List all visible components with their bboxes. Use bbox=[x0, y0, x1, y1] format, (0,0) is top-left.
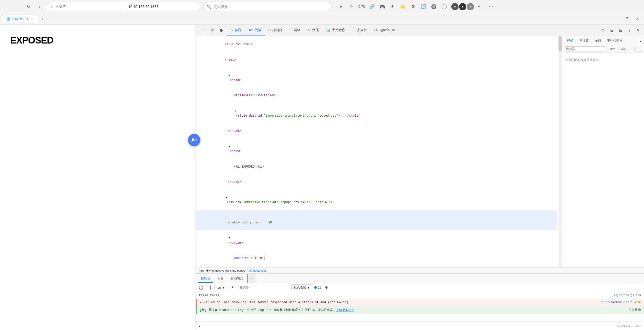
devtools-more-btn[interactable]: ⋯ bbox=[612, 14, 621, 24]
translate-button[interactable]: A bbox=[336, 2, 346, 11]
dom-scrollbar-track[interactable]: ↓ ↑ bbox=[558, 36, 562, 267]
devtools-tab-lighthouse[interactable]: ✉ Lighthouse bbox=[371, 25, 399, 36]
home-button[interactable]: ⌂ bbox=[34, 2, 43, 11]
devtools-undock-btn[interactable]: ⊞ bbox=[617, 27, 624, 34]
devtools-more-options-btn[interactable]: ⋮ bbox=[625, 27, 633, 34]
profile-3[interactable]: ● bbox=[467, 3, 474, 10]
dom-line-style[interactable]: <style data-id="immersive-translate-inpu… bbox=[196, 103, 557, 124]
stop-btn[interactable]: ▕ bbox=[206, 284, 212, 291]
browser-frame: ← → ↻ ⌂ ⚠ 不安全 | 10.10.156.50:1337 🔍 A ☆ … bbox=[0, 0, 644, 330]
styles-filter-input[interactable] bbox=[564, 46, 606, 51]
devtools-dock-btn[interactable]: ⊟ bbox=[608, 27, 616, 34]
ext-btn-5[interactable]: 🌟 bbox=[398, 2, 408, 11]
ext-btn-6[interactable]: ⚙ bbox=[409, 2, 418, 11]
copilot-dismiss-btn[interactable]: 不再显示 bbox=[629, 308, 641, 312]
scroll-down-indicator[interactable]: ↓ bbox=[558, 260, 562, 265]
dom-line-comment1[interactable]: /* bbox=[196, 266, 557, 267]
styles-tab-events[interactable]: 事件侦听器 bbox=[604, 36, 626, 45]
address-bar[interactable]: ⚠ 不安全 | 10.10.156.50:1337 bbox=[46, 2, 200, 11]
top-selector[interactable]: top ▼ bbox=[214, 285, 227, 290]
dom-line-inner-style[interactable]: <style> bbox=[196, 230, 557, 251]
star-button[interactable]: ☆ bbox=[347, 2, 356, 11]
eye-btn[interactable]: 👁 bbox=[230, 284, 236, 291]
dom-line-h1[interactable]: <h1>EXPOSED</h1> bbox=[196, 159, 557, 175]
ext-btn-2[interactable]: 🔗 bbox=[367, 2, 377, 11]
devtools-tab-security[interactable]: ☐ 安全性 bbox=[349, 25, 371, 36]
dom-line-shadow-root[interactable]: … #shadow-root (open) == $0 bbox=[196, 210, 557, 230]
breadcrumb-html[interactable]: html bbox=[199, 269, 204, 272]
search-input[interactable] bbox=[213, 5, 328, 9]
more-options-button[interactable]: ⋯ bbox=[486, 2, 496, 11]
translate-widget[interactable]: A 文 bbox=[188, 134, 200, 146]
devtools-settings-btn[interactable]: ⚙ bbox=[599, 27, 607, 34]
search-bar[interactable]: 🔍 bbox=[203, 2, 332, 11]
dom-line-title[interactable]: <title>EXPOSED</title> bbox=[196, 88, 557, 103]
devtools-close-btn[interactable]: ✕ bbox=[633, 14, 642, 24]
profile-2[interactable]: ● bbox=[459, 3, 466, 10]
hov-button[interactable]: :hov bbox=[607, 47, 617, 51]
new-style-button[interactable]: + bbox=[628, 47, 634, 51]
styles-tab-layout[interactable]: 布局 bbox=[592, 36, 604, 45]
refresh-button[interactable]: ↻ bbox=[24, 2, 33, 11]
style-expand-icon[interactable] bbox=[234, 109, 237, 114]
tab-exposed[interactable]: 🌐 EXPOSED ✕ bbox=[2, 15, 38, 23]
dom-line-html[interactable]: <html> bbox=[196, 53, 557, 68]
console-filter-input[interactable] bbox=[238, 285, 289, 290]
new-tab-button[interactable]: + bbox=[38, 14, 47, 24]
tab-close-button[interactable]: ✕ bbox=[30, 17, 34, 21]
dom-line-body-close[interactable]: </body> bbox=[196, 175, 557, 190]
console-tab-autofill[interactable]: 自动填充 bbox=[228, 274, 246, 283]
device-emulation-btn[interactable]: ⎘ bbox=[209, 27, 216, 34]
ext-btn-7[interactable]: 🔄 bbox=[419, 2, 428, 11]
add-tab-button[interactable]: + bbox=[247, 274, 256, 283]
dom-line-div-popup[interactable]: <div id="immersive-translate-popup" styl… bbox=[196, 190, 557, 210]
breadcrumb-div[interactable]: div#immersive-translate-popup bbox=[206, 269, 245, 272]
record-btn[interactable]: ⏺ bbox=[217, 27, 225, 34]
copilot-learn-more-link[interactable]: 了解更多信息 bbox=[336, 308, 354, 312]
div-popup-expand-icon[interactable] bbox=[225, 195, 228, 200]
devtools-tab-network[interactable]: ⎔ 网络 bbox=[286, 25, 304, 36]
devtools-tab-application[interactable]: 📊 应用程序 bbox=[323, 25, 349, 36]
dom-line-body[interactable]: <body> bbox=[196, 139, 557, 159]
console-settings-btn[interactable]: ⚙ bbox=[324, 284, 330, 291]
devtools-tab-elements[interactable]: </> 元素 bbox=[245, 25, 265, 36]
devtools-tab-console[interactable]: □ 控制台 bbox=[265, 25, 286, 36]
new-profile-button[interactable]: + bbox=[474, 2, 484, 11]
style-more-btn[interactable]: ⋮ bbox=[635, 47, 643, 51]
breadcrumb-shadow-root[interactable]: #shadow-root bbox=[247, 269, 267, 272]
head-expand-icon[interactable] bbox=[228, 73, 231, 78]
dom-tree[interactable]: <!DOCTYPE html> <html> <head> <title>EXP… bbox=[196, 36, 562, 267]
devtools-close-devtools-btn[interactable]: ✕ bbox=[634, 27, 642, 34]
element-picker-btn[interactable]: ⬚ bbox=[200, 27, 208, 34]
console-tab-issues[interactable]: 问题 bbox=[214, 274, 227, 283]
body-expand-icon[interactable] bbox=[228, 144, 231, 149]
ext-btn-9[interactable]: 🕓 bbox=[439, 2, 449, 11]
forward-button[interactable]: → bbox=[13, 2, 23, 11]
ext-btn-8[interactable]: 🔘 bbox=[429, 2, 438, 11]
dom-line-head-close[interactable]: </head> bbox=[196, 124, 557, 139]
devtools-help-btn[interactable]: ? bbox=[622, 14, 632, 24]
scroll-up-indicator[interactable]: ↑ bbox=[558, 39, 562, 44]
clear-console-btn[interactable]: 🚫 bbox=[198, 284, 204, 291]
styles-collapse-btn[interactable]: ⌄ bbox=[639, 39, 642, 42]
console-tab-console[interactable]: 控制台 bbox=[198, 274, 213, 283]
back-button[interactable]: ← bbox=[3, 2, 12, 11]
profile-1[interactable]: ● bbox=[451, 3, 459, 10]
translate-icon: A bbox=[191, 137, 195, 143]
level-dropdown[interactable]: 默认级别 ▼ bbox=[291, 284, 312, 290]
dom-line-head[interactable]: <head> bbox=[196, 68, 557, 88]
ext-btn-1[interactable]: 0.70 bbox=[357, 2, 366, 11]
false-msg-source[interactable]: injection.js:136 bbox=[614, 294, 641, 297]
devtools-tab-performance[interactable]: ✁ 性能 bbox=[304, 25, 323, 36]
error-msg-source[interactable]: :1337/favicon.ico:1 🔗 🌞 bbox=[600, 301, 641, 304]
dom-line-doctype[interactable]: <!DOCTYPE html> bbox=[196, 37, 557, 53]
cls-button[interactable]: .cls bbox=[618, 47, 627, 51]
dom-scrollbar-thumb[interactable] bbox=[558, 36, 562, 51]
devtools-tab-welcome[interactable]: ⌂ 欢迎 bbox=[227, 25, 245, 36]
dom-line-charset[interactable]: @charset "UTF-8"; bbox=[196, 251, 557, 266]
styles-tab-styles[interactable]: 样式 bbox=[564, 36, 576, 45]
ext-btn-3[interactable]: 🎮 bbox=[378, 2, 387, 11]
styles-tab-computed[interactable]: 已计算 bbox=[576, 36, 592, 45]
inner-style-expand[interactable] bbox=[228, 236, 231, 240]
ext-btn-4[interactable]: 👁 bbox=[388, 2, 397, 11]
